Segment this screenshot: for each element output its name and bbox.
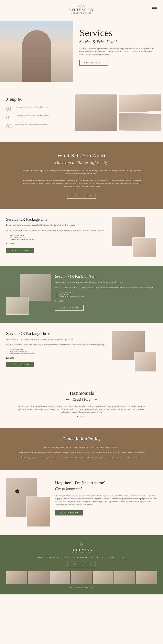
footer-brand-name: BOHEMIAN (6, 548, 157, 552)
footer-cta-button[interactable]: Call To Action (67, 562, 96, 567)
jump-text-1: Service one plus a short description of … (16, 106, 48, 108)
footer-cta-wrap: Call To Action (6, 562, 157, 567)
cancellation-body2: Cheesecake macaroon lemon drop tootsie s… (16, 451, 147, 454)
package2-desc2: Jelly muffin shortbread brownie candy ca… (55, 286, 157, 289)
what-sets-body2: Cheesecake macaroon lemon drop tootsie s… (20, 179, 143, 188)
footer-nav-home[interactable]: HOME (37, 556, 43, 558)
package2-item-1: Candy lemon drops (59, 291, 157, 293)
footer-nav-contact[interactable]: CONTACT (107, 556, 118, 558)
footer-nav-portfolio[interactable]: PORTFOLIO (74, 556, 87, 558)
about-section: Hey there, I'm [insert name] Get to know… (0, 470, 163, 535)
what-sets-cta-button[interactable]: Call To Action (67, 193, 96, 199)
jump-images (73, 92, 163, 136)
footer-nav-about[interactable]: ABOUT (62, 556, 70, 558)
what-sets-section: What Sets You Apart How you do things di… (0, 142, 163, 209)
package3-item-3: chocolate cake bonbon chupa chups (10, 352, 108, 354)
about-image-dot (15, 489, 19, 494)
package3-content: Service OR Package Three Describe what i… (6, 331, 108, 368)
svg-line-5 (79, 5, 80, 6)
testimonial-client: Client name (16, 416, 147, 418)
package2-item-3: chocolate cake bonbon chupa chups (59, 296, 157, 298)
testimonial-quote: Cake pastry your client shortbread halva… (16, 405, 147, 414)
footer-gallery-item-6 (114, 572, 135, 584)
footer-nav-services[interactable]: SERVICES (47, 556, 58, 558)
jump-num-3: 03 (6, 124, 13, 129)
package1-item-3: chocolate cake bonbon chupa chups (10, 238, 108, 240)
jump-text-2: Service two plus a short description of … (16, 115, 48, 117)
footer-navigation: HOME SERVICES ABOUT PORTFOLIO PRODUCTS C… (6, 556, 157, 558)
hero-cta-button[interactable]: Call To Action (79, 60, 108, 66)
footer-gallery-item-1 (6, 572, 27, 584)
package1-desc2: Jelly muffin shortbread brownie candy ca… (6, 229, 108, 232)
package-two-section: Service OR Package Two Describe what is … (0, 266, 163, 323)
brand-name: BOHEMIAN (69, 8, 94, 12)
package2-images (6, 274, 51, 315)
jump-num-1: 01 (6, 106, 13, 112)
package3-item-2: jelly a lemon shortbread (10, 350, 108, 352)
package1-price: Price: $$$ (6, 243, 108, 245)
what-sets-body1: Tell about how you are unique and set yo… (20, 169, 143, 175)
svg-line-4 (80, 4, 81, 5)
cancellation-body1: List your cancellation policies here. Di… (16, 446, 147, 448)
cancellation-body3: Sweet roll apple pie sugar plum macaroon… (16, 456, 147, 459)
package1-list: Candy lemon drops jelly a lemon shortbre… (6, 234, 108, 240)
jump-text-3: Service three plus a short description o… (16, 124, 49, 126)
package1-item-1: Candy lemon drops (10, 234, 108, 236)
hero-content: Services Service & Price Details This is… (73, 21, 163, 70)
footer-nav-products[interactable]: PRODUCTS (91, 556, 103, 558)
package3-cta-button[interactable]: Call to Action (6, 362, 34, 368)
package3-item-1: Candy lemon drops (10, 348, 108, 350)
nav-logo: BOHEMIAN Creative Studio (69, 3, 94, 14)
svg-point-15 (80, 544, 83, 546)
jump-photo-1 (75, 94, 117, 134)
footer-gallery-item-5 (93, 572, 114, 584)
svg-line-1 (83, 4, 83, 5)
package3-heading: Service OR Package Three (6, 331, 108, 336)
footer-gallery-item-4 (71, 572, 92, 584)
footer-credit: Website and Branding built by Designed b… (6, 587, 157, 588)
package2-heading: Service OR Package Two (55, 274, 157, 279)
jump-item-3[interactable]: 03 Service three plus a short descriptio… (6, 124, 67, 129)
hero-subtitle: Service & Price Details (79, 39, 157, 44)
arrow-right-icon[interactable]: → (94, 397, 98, 402)
jump-section: Jump to: 01 Service one plus a short des… (0, 86, 163, 142)
about-image-secondary (26, 496, 51, 527)
package3-image-secondary (135, 352, 157, 372)
jump-item-2[interactable]: 02 Service two plus a short description … (6, 115, 67, 120)
svg-line-13 (79, 544, 80, 544)
navigation: BOHEMIAN Creative Studio (0, 0, 163, 17)
svg-point-7 (80, 6, 83, 8)
hero-body: This is an introduction to your services… (79, 47, 157, 56)
package-three-section: Service OR Package Three Describe what i… (0, 323, 163, 380)
testimonials-heading: Testimonials (16, 390, 147, 396)
about-content: Hey there, I'm [insert name] Get to know… (55, 478, 157, 516)
package2-cta-button[interactable]: Call to Action (55, 305, 84, 311)
svg-line-2 (84, 5, 84, 6)
brand-sub: Creative Studio (69, 12, 94, 14)
package-one-section: Service OR Package One Describe what is … (0, 209, 163, 266)
jump-item-1[interactable]: 01 Service one plus a short description … (6, 106, 67, 112)
cancellation-section: Cancellation Policy List your cancellati… (0, 428, 163, 470)
arrow-left-icon[interactable]: ← (65, 397, 69, 402)
package2-price: Price: $$$ (55, 300, 157, 302)
package1-cta-button[interactable]: Call to Action (6, 248, 34, 253)
footer-nav-faq[interactable]: FAQ (122, 556, 126, 558)
what-sets-heading: What Sets You Apart (16, 152, 147, 159)
package1-image-secondary (133, 238, 157, 258)
footer-gallery-item-7 (136, 572, 157, 584)
package2-list: Candy lemon drops jelly a lemon shortbre… (55, 291, 157, 298)
testimonials-script: ← Read More → (16, 397, 147, 402)
package2-item-2: jelly a lemon shortbread (59, 293, 157, 296)
package1-item-2: jelly a lemon shortbread (10, 236, 108, 238)
hero-image (0, 21, 73, 82)
package3-price: Price: $$$ (6, 357, 108, 359)
about-images (6, 478, 51, 527)
footer-logo: BOHEMIAN Creative Studio (6, 542, 157, 554)
package2-content: Service OR Package Two Describe what is … (55, 274, 157, 311)
about-cta-button[interactable]: Call To Action (55, 510, 83, 516)
about-script: Get to know me! (55, 486, 157, 491)
testimonials-section: Testimonials ← Read More → Cake pastry y… (0, 380, 163, 428)
hamburger-menu[interactable] (153, 6, 157, 11)
package3-desc2: Jelly muffin shortbread brownie candy ca… (6, 343, 108, 346)
footer-gallery (6, 572, 157, 584)
